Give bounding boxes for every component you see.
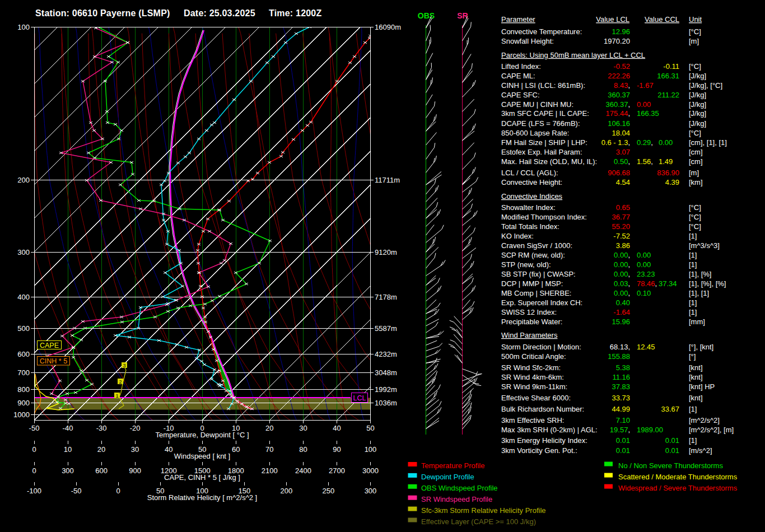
- svg-text:600: 600: [95, 466, 108, 475]
- svg-text:4.39: 4.39: [665, 178, 679, 186]
- svg-text:0.01: 0.01: [665, 436, 679, 445]
- svg-text:2700: 2700: [329, 466, 345, 475]
- svg-text:[J/kg]: [J/kg]: [689, 91, 706, 99]
- svg-text:211.22: 211.22: [657, 91, 679, 99]
- svg-text:[knt] HP: [knt] HP: [689, 382, 715, 391]
- svg-text:3: 3: [123, 363, 125, 368]
- svg-text:36.77: 36.77: [612, 213, 630, 221]
- svg-text:37.34: 37.34: [659, 279, 677, 288]
- svg-text:0.00: 0.00: [659, 138, 673, 147]
- svg-text:-7.52: -7.52: [613, 232, 630, 240]
- svg-text:11.16: 11.16: [612, 373, 630, 381]
- svg-text:[knt]: [knt]: [689, 363, 703, 372]
- svg-text:68.13,: 68.13,: [610, 343, 630, 351]
- svg-text:0.00: 0.00: [637, 260, 651, 269]
- svg-text:23.23: 23.23: [637, 270, 655, 278]
- svg-text:300: 300: [17, 248, 30, 256]
- svg-text:0: 0: [32, 445, 36, 454]
- svg-text:[cm], [1], [1]: [cm], [1], [1]: [689, 138, 727, 147]
- svg-text:DCAPE (LFS = 766mB):: DCAPE (LFS = 766mB):: [501, 119, 580, 128]
- svg-text:0.00,: 0.00,: [614, 270, 630, 278]
- svg-text:0.29,: 0.29,: [637, 138, 653, 147]
- svg-text:100: 100: [365, 445, 377, 454]
- svg-text:3048m: 3048m: [375, 368, 397, 377]
- svg-text:360.37: 360.37: [608, 91, 630, 99]
- svg-text:-20: -20: [130, 424, 141, 432]
- svg-text:33.73: 33.73: [612, 394, 630, 402]
- svg-text:0: 0: [32, 466, 36, 475]
- svg-text:[1]: [1]: [689, 405, 697, 413]
- svg-text:7.10: 7.10: [616, 416, 630, 424]
- svg-text:0.65: 0.65: [616, 203, 630, 212]
- svg-text:Bulk Richardson Number:: Bulk Richardson Number:: [501, 405, 584, 413]
- svg-text:78.46,: 78.46,: [637, 279, 657, 288]
- svg-text:9120m: 9120m: [375, 248, 397, 256]
- svg-text:300: 300: [62, 466, 74, 475]
- svg-text:[m^3/s^3]: [m^3/s^3]: [689, 241, 720, 250]
- svg-text:1.49: 1.49: [659, 157, 673, 166]
- svg-text:[J/kg], [°C]: [J/kg], [°C]: [689, 81, 722, 90]
- svg-text:Lifted Index:: Lifted Index:: [501, 62, 541, 71]
- svg-text:175.44,: 175.44,: [606, 109, 630, 118]
- svg-text:[m]: [m]: [689, 37, 699, 45]
- svg-text:OBS Windspeed Profile: OBS Windspeed Profile: [421, 484, 498, 492]
- svg-text:[°C]: [°C]: [689, 129, 701, 137]
- svg-text:[°C]: [°C]: [689, 62, 701, 71]
- svg-text:8.43,: 8.43,: [614, 81, 630, 90]
- svg-text:3.86: 3.86: [616, 241, 630, 250]
- svg-text:Max 3km SRH (0-2km) | AGL:: Max 3km SRH (0-2km) | AGL:: [501, 426, 598, 434]
- svg-text:[1]: [1]: [689, 436, 697, 445]
- svg-text:3km SFC CAPE | IL CAPE:: 3km SFC CAPE | IL CAPE:: [501, 109, 589, 118]
- svg-text:900: 900: [129, 466, 141, 475]
- svg-text:Parcels: Using 50mB mean layer: Parcels: Using 50mB mean layer LCL + CCL: [501, 51, 645, 59]
- svg-text:SR Wind 4km-6km:: SR Wind 4km-6km:: [501, 373, 564, 381]
- svg-text:[knt]: [knt]: [689, 373, 703, 381]
- svg-text:-50: -50: [29, 424, 40, 432]
- svg-text:[1]: [1]: [689, 251, 697, 259]
- svg-text:15.96: 15.96: [612, 318, 630, 326]
- svg-text:0.01: 0.01: [616, 446, 630, 455]
- svg-text:3km Energy Helicity Index:: 3km Energy Helicity Index:: [501, 436, 587, 445]
- svg-text:0.10: 0.10: [637, 289, 651, 297]
- svg-text:Estofex Exp. Hail Param:: Estofex Exp. Hail Param:: [501, 148, 582, 156]
- svg-text:1036m: 1036m: [375, 399, 397, 407]
- svg-text:16090m: 16090m: [375, 23, 401, 31]
- svg-text:FM Hail Size | SHIP | LHP:: FM Hail Size | SHIP | LHP:: [501, 138, 587, 147]
- svg-text:[1]: [1]: [689, 308, 697, 316]
- svg-text:2400: 2400: [295, 466, 311, 475]
- svg-text:[m]: [m]: [689, 169, 699, 177]
- svg-text:800: 800: [17, 385, 30, 394]
- svg-text:500: 500: [17, 324, 30, 333]
- svg-text:900: 900: [17, 399, 30, 407]
- svg-text:Date: 25.03.2025: Date: 25.03.2025: [184, 8, 255, 18]
- svg-text:3.07: 3.07: [616, 148, 630, 156]
- svg-text:200: 200: [17, 176, 30, 184]
- svg-text:Value CCL: Value CCL: [645, 15, 679, 24]
- svg-text:Temperature, Dewpoint [ °C ]: Temperature, Dewpoint [ °C ]: [155, 431, 249, 439]
- svg-text:-50: -50: [71, 487, 82, 495]
- svg-text:[J/kg]: [J/kg]: [689, 100, 706, 109]
- svg-text:1970.20: 1970.20: [604, 37, 630, 45]
- svg-text:4.54: 4.54: [616, 178, 630, 186]
- svg-text:55.20: 55.20: [612, 222, 630, 231]
- svg-text:600: 600: [17, 350, 30, 358]
- svg-text:Convective Temperature:: Convective Temperature:: [501, 27, 582, 36]
- svg-text:836.90: 836.90: [657, 169, 679, 177]
- svg-text:[1]: [1]: [689, 232, 697, 240]
- svg-text:0.03,: 0.03,: [614, 279, 630, 288]
- svg-text:[1], [%]: [1], [%]: [689, 270, 711, 278]
- svg-text:222.26: 222.26: [608, 72, 630, 80]
- svg-text:[°C]: [°C]: [689, 213, 701, 221]
- svg-text:Showalter Index:: Showalter Index:: [501, 203, 556, 212]
- svg-text:166.31: 166.31: [657, 72, 679, 80]
- svg-text:5587m: 5587m: [375, 324, 397, 333]
- svg-text:155.88: 155.88: [608, 352, 630, 361]
- svg-text:[J/kg]: [J/kg]: [689, 119, 706, 128]
- svg-text:Temperature Profile: Temperature Profile: [421, 461, 484, 470]
- svg-text:-0.11: -0.11: [663, 62, 679, 71]
- svg-text:-0.52: -0.52: [613, 62, 630, 71]
- svg-text:0: 0: [116, 487, 120, 495]
- svg-text:0.00,: 0.00,: [614, 251, 630, 259]
- svg-text:[m^2/s^2], [m]: [m^2/s^2], [m]: [689, 426, 734, 434]
- svg-text:37.83: 37.83: [612, 382, 630, 391]
